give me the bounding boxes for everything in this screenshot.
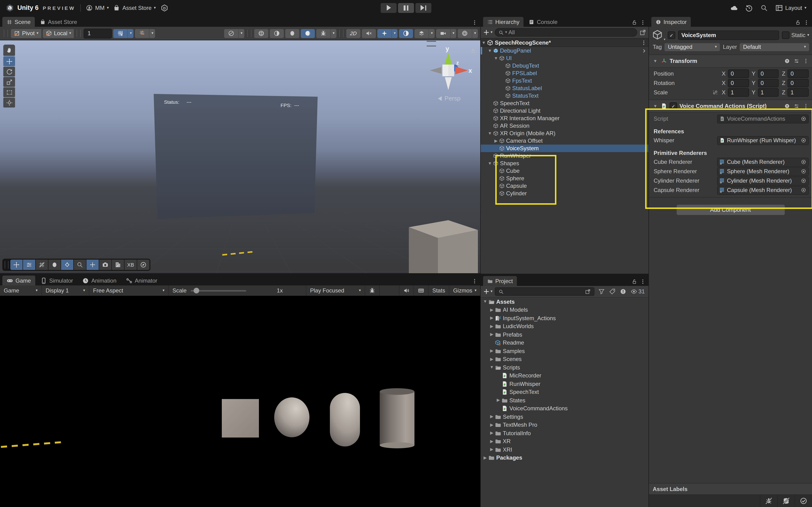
more-menu-icon[interactable]: [472, 20, 477, 25]
move-tool[interactable]: [3, 56, 15, 66]
expander-icon[interactable]: ▼: [493, 56, 499, 60]
grid-visibility-toggle[interactable]: Y ▾: [113, 29, 134, 38]
project-item-voicecommandactions[interactable]: #VoiceCommandActions: [481, 404, 649, 413]
tab-animation[interactable]: Animation: [78, 276, 121, 285]
pause-button[interactable]: [398, 3, 414, 13]
snap-options-dropdown[interactable]: ▾: [149, 29, 155, 38]
expander-icon[interactable]: ▶: [493, 139, 499, 143]
add-component-button[interactable]: Add Component: [676, 205, 784, 215]
expander-icon[interactable]: ▶: [489, 316, 495, 320]
cloud-icon[interactable]: [730, 4, 738, 11]
overlay-search-button[interactable]: [74, 260, 86, 270]
project-item-ai-models[interactable]: ▶AI Models: [481, 306, 649, 314]
tag-dropdown[interactable]: Untagged▾: [665, 43, 720, 51]
metrics-grid-button[interactable]: [414, 285, 428, 296]
scene-menu-icon[interactable]: [641, 40, 647, 46]
lock-icon[interactable]: [631, 279, 637, 284]
object-picker-icon[interactable]: [801, 159, 806, 165]
search-icon[interactable]: [760, 4, 768, 11]
overlay-camera-button[interactable]: [99, 260, 111, 270]
hierarchy-item-ui[interactable]: ▼UI: [481, 54, 649, 62]
project-item-states[interactable]: ▶States: [481, 396, 649, 404]
project-item-tutorialinfo[interactable]: ▶TutorialInfo: [481, 429, 649, 437]
scale-slider-knob[interactable]: [194, 288, 199, 293]
scene-cube-mesh[interactable]: [409, 220, 478, 273]
scene-audio-toggle[interactable]: [362, 29, 376, 38]
overlay-grid-toggle[interactable]: [36, 260, 48, 270]
scale-slider[interactable]: [191, 290, 246, 291]
project-item-inputsystem-actions[interactable]: ▶InputSystem_Actions: [481, 314, 649, 322]
tab-scene[interactable]: Scene: [2, 17, 35, 27]
hierarchy-item-debugtext[interactable]: DebugText: [481, 62, 649, 69]
rotate-tool[interactable]: [3, 67, 15, 76]
hierarchy-item-camera-offset[interactable]: ▶Camera Offset: [481, 137, 649, 145]
project-item-readme[interactable]: {}Readme: [481, 339, 649, 347]
hub-button[interactable]: D: [160, 4, 168, 11]
hierarchy-item-debugpanel[interactable]: ▼DebugPanel: [481, 47, 649, 54]
project-item-micrecorder[interactable]: #MicRecorder: [481, 372, 649, 380]
account-dropdown[interactable]: MM ▾: [86, 4, 109, 11]
cube-renderer-object-field[interactable]: Cube (Mesh Renderer): [717, 158, 809, 166]
overlay-snap-button[interactable]: [61, 260, 73, 270]
hierarchy-item-capsule[interactable]: Capsule: [481, 182, 649, 190]
display-dropdown[interactable]: Display 1▾: [42, 285, 89, 296]
more-menu-icon[interactable]: [803, 103, 809, 109]
hierarchy-item-cylinder[interactable]: Cylinder: [481, 190, 649, 197]
expander-icon[interactable]: ▶: [489, 448, 495, 452]
hierarchy-item-xr-interaction-manager[interactable]: XR Interaction Manager: [481, 115, 649, 122]
expander-icon[interactable]: ▶: [489, 439, 495, 444]
gameobject-icon[interactable]: ▾: [652, 29, 665, 41]
object-picker-icon[interactable]: [801, 116, 806, 122]
expander-icon[interactable]: ▶: [489, 357, 495, 361]
presets-icon[interactable]: [794, 58, 799, 64]
hierarchy-item-cube[interactable]: Cube: [481, 167, 649, 175]
visible-packages-toggle[interactable]: 31: [630, 288, 645, 295]
display-target-dropdown[interactable]: Game▾: [0, 285, 42, 296]
create-asset-button[interactable]: ▾: [483, 288, 493, 295]
static-checkbox[interactable]: [782, 32, 790, 39]
active-checkbox[interactable]: ✓: [668, 32, 675, 39]
expander-icon[interactable]: ▶: [489, 349, 495, 353]
open-search-window-icon[interactable]: [640, 29, 646, 36]
expander-icon[interactable]: ▶: [489, 423, 495, 427]
expander-icon[interactable]: ▼: [482, 300, 488, 304]
hierarchy-item-shapes[interactable]: ▼Shapes: [481, 160, 649, 167]
hierarchy-item-fpstext[interactable]: FpsText: [481, 77, 649, 84]
expander-icon[interactable]: ▼: [487, 131, 493, 135]
hierarchy-item-voicesystem[interactable]: VoiceSystem: [481, 145, 649, 152]
create-object-button[interactable]: ▾: [483, 29, 493, 36]
overlay-properties-button[interactable]: [23, 260, 35, 270]
grid-options-dropdown[interactable]: ▾: [128, 29, 134, 38]
hierarchy-item-speechtext[interactable]: SpeechText: [481, 100, 649, 107]
expander-icon[interactable]: ▶: [495, 398, 501, 402]
script-object-field[interactable]: # VoiceCommandActions: [717, 114, 809, 123]
grid-size-field[interactable]: 1: [84, 29, 112, 38]
hierarchy-item-sphere[interactable]: Sphere: [481, 175, 649, 182]
more-menu-icon[interactable]: [803, 58, 809, 64]
toolbar-drag-handle[interactable]: [77, 30, 81, 37]
project-item-speechtext[interactable]: #SpeechText: [481, 388, 649, 396]
scene-effects-toggle[interactable]: ▾: [377, 29, 398, 38]
project-item-samples[interactable]: ▶Samples: [481, 347, 649, 355]
tab-simulator[interactable]: Simulator: [36, 276, 77, 285]
tab-animator[interactable]: Animator: [122, 276, 162, 285]
asset-labels-bar[interactable]: Asset Labels: [649, 483, 812, 495]
scale-z-field[interactable]: 1: [788, 88, 809, 97]
hierarchy-item-fpslabel[interactable]: FPSLabel: [481, 69, 649, 77]
viewport-menu-icon[interactable]: [427, 41, 436, 47]
hierarchy-item-statuslabel[interactable]: StatusLabel: [481, 84, 649, 92]
component-enabled-checkbox[interactable]: ✓: [670, 102, 677, 110]
script-component-header[interactable]: ▼ # ✓ Voice Command Actions (Script) ?: [649, 100, 812, 113]
draw-mode-dropdown[interactable]: ▾: [224, 29, 244, 38]
more-menu-icon[interactable]: [640, 279, 646, 284]
cylinder-renderer-object-field[interactable]: Cylinder (Mesh Renderer): [717, 176, 809, 185]
project-item-xri[interactable]: ▶XRI: [481, 446, 649, 454]
project-item-scripts[interactable]: ▼Scripts: [481, 363, 649, 372]
aspect-ratio-dropdown[interactable]: Free Aspect▾: [89, 285, 169, 296]
position-z-field[interactable]: 0: [788, 69, 809, 78]
expander-icon[interactable]: ▼: [652, 59, 658, 63]
layout-dropdown[interactable]: Layout ▾: [775, 4, 806, 11]
toolbar-drag-handle[interactable]: [4, 30, 8, 37]
expander-icon[interactable]: ▶: [489, 324, 495, 329]
view-hand-tool[interactable]: [3, 45, 15, 56]
